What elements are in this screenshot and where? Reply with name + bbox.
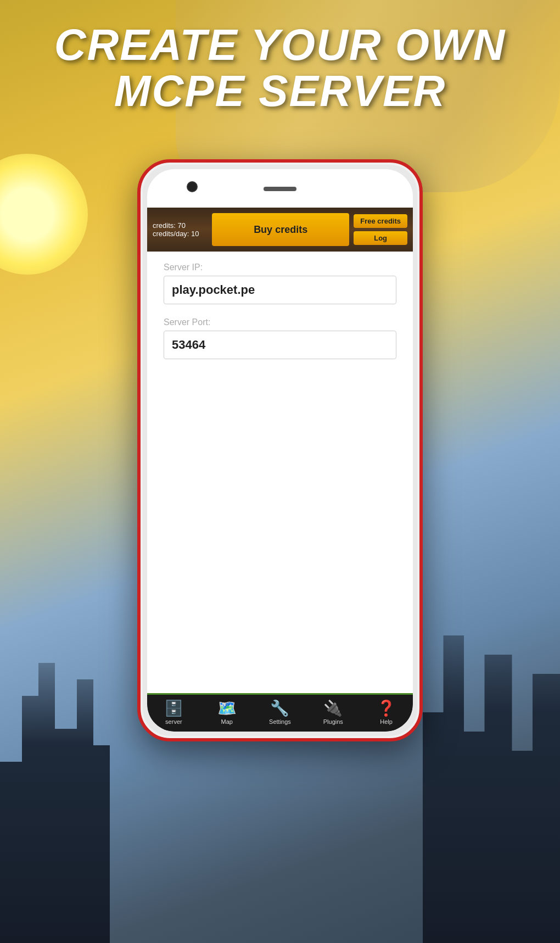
nav-map[interactable]: 🗺️ Map [210,699,243,725]
title-line1: CREATE YOUR OWN [11,22,549,68]
log-button[interactable]: Log [354,231,407,245]
nav-help[interactable]: ❓ Help [370,699,403,725]
nav-help-label: Help [380,718,393,725]
screen: credits: 70 credits/day: 10 Buy credits … [147,208,413,732]
right-buttons: Free credits Log [354,214,407,245]
phone-inner: credits: 70 credits/day: 10 Buy credits … [147,169,413,732]
camera [187,181,198,192]
nav-plugins[interactable]: 🔌 Plugins [317,699,350,725]
page-title: CREATE YOUR OWN MCPE SERVER [0,22,560,114]
bottom-nav: 🗄️ server 🗺️ Map 🔧 Settings 🔌 Plugins ❓ [147,693,413,732]
free-credits-button[interactable]: Free credits [354,214,407,228]
phone-frame: credits: 70 credits/day: 10 Buy credits … [137,159,423,741]
settings-icon: 🔧 [270,699,289,717]
nav-settings[interactable]: 🔧 Settings [264,699,296,725]
main-content: Server IP: Server Port: [147,252,413,693]
buy-credits-button[interactable]: Buy credits [212,213,349,246]
credits-per-day: credits/day: 10 [153,230,208,238]
server-ip-label: Server IP: [164,263,396,272]
server-ip-input[interactable] [164,276,396,304]
plugins-icon: 🔌 [323,699,343,717]
nav-server[interactable]: 🗄️ server [157,699,190,725]
title-line2: MCPE SERVER [11,68,549,114]
server-icon: 🗄️ [164,699,183,717]
credits-info: credits: 70 credits/day: 10 [153,221,208,238]
nav-map-label: Map [221,718,232,725]
top-bar: credits: 70 credits/day: 10 Buy credits … [147,208,413,252]
server-port-label: Server Port: [164,317,396,327]
nav-server-label: server [165,718,182,725]
server-port-input[interactable] [164,331,396,359]
nav-plugins-label: Plugins [323,718,343,725]
credits-amount: credits: 70 [153,221,208,230]
nav-settings-label: Settings [269,718,291,725]
map-icon: 🗺️ [217,699,237,717]
help-icon: ❓ [377,699,396,717]
speaker [264,187,296,191]
